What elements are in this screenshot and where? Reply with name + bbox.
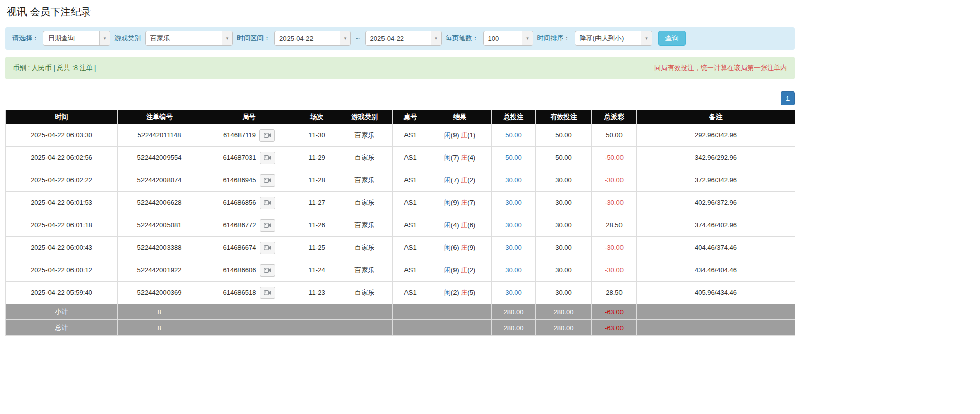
cell-result: 闲(4) 庄(6): [428, 214, 492, 237]
cell-session: 11-28: [297, 169, 337, 192]
cell-time: 2025-04-22 06:01:18: [6, 214, 118, 237]
video-replay-button[interactable]: [260, 264, 275, 277]
summary-total-row: 总计8280.00280.00-63.00: [6, 320, 795, 336]
chevron-down-icon[interactable]: ▾: [522, 31, 533, 45]
cell-payout: 50.00: [592, 124, 637, 147]
footer-valid-bet: 280.00: [536, 320, 592, 336]
footer-payout: -63.00: [592, 304, 637, 320]
cell-payout: -30.00: [592, 192, 637, 214]
total-bet-link[interactable]: 50.00: [505, 131, 522, 139]
result-player-label: 闲: [444, 221, 451, 229]
summary-total-row: 小计8280.00280.00-63.00: [6, 304, 795, 320]
cell-valid-bet: 50.00: [536, 124, 592, 147]
table-row: 2025-04-22 05:59:40522442000369614686518…: [6, 282, 795, 304]
table-header-row: 时间注单编号局号场次游戏类别桌号结果总投注有效投注总派彩备注: [6, 110, 795, 124]
cell-table-no: AS1: [393, 237, 428, 259]
result-banker-label: 庄: [461, 131, 467, 139]
video-replay-button[interactable]: [259, 129, 275, 142]
total-bet-link[interactable]: 30.00: [505, 199, 522, 206]
date-to-picker[interactable]: 2025-04-22 ▾: [365, 31, 442, 46]
cell-round: 614686945: [201, 169, 297, 192]
video-icon: [264, 200, 271, 206]
cell-note: 434.46/404.46: [637, 259, 795, 282]
total-bet-link[interactable]: 30.00: [505, 266, 522, 274]
video-replay-button[interactable]: [260, 174, 275, 187]
chevron-down-icon[interactable]: ▾: [641, 31, 652, 45]
footer-empty-cell: [201, 304, 297, 320]
column-header-6: 结果: [428, 110, 492, 124]
round-number: 614686856: [223, 199, 256, 206]
cell-valid-bet: 30.00: [536, 282, 592, 304]
result-banker-label: 庄: [461, 154, 467, 162]
cell-session: 11-25: [297, 237, 337, 259]
cell-result: 闲(7) 庄(4): [428, 147, 492, 169]
cell-game-type: 百家乐: [337, 214, 393, 237]
result-player-label: 闲: [444, 244, 451, 251]
footer-empty-cell: [428, 304, 492, 320]
video-replay-button[interactable]: [260, 287, 275, 299]
chevron-down-icon[interactable]: ▾: [99, 31, 110, 45]
result-player-score: (7): [451, 176, 459, 184]
video-icon: [264, 155, 271, 161]
round-number-group: 614686606: [203, 264, 295, 277]
game-type-label: 游戏类别: [114, 34, 141, 43]
select-type-label: 请选择：: [12, 34, 39, 43]
page-size-dropdown[interactable]: 100 ▾: [483, 31, 533, 46]
video-replay-button[interactable]: [260, 197, 275, 209]
total-bet-link[interactable]: 30.00: [505, 221, 522, 229]
footer-empty-cell: [428, 320, 492, 336]
cell-note: 342.96/292.96: [637, 147, 795, 169]
video-replay-button[interactable]: [260, 219, 275, 232]
search-button[interactable]: 查询: [658, 31, 686, 46]
page: 视讯 会员下注纪录 请选择： 日期查询 ▾ 游戏类别 百家乐 ▾ 时间区间： 2…: [5, 5, 795, 336]
select-type-dropdown[interactable]: 日期查询 ▾: [43, 31, 110, 46]
cell-round: 614687119: [201, 124, 297, 147]
cell-session: 11-24: [297, 259, 337, 282]
chevron-down-icon[interactable]: ▾: [340, 31, 350, 45]
total-bet-link[interactable]: 30.00: [505, 244, 522, 251]
chevron-down-icon[interactable]: ▾: [431, 31, 441, 45]
cell-valid-bet: 30.00: [536, 214, 592, 237]
total-bet-link[interactable]: 30.00: [505, 176, 522, 184]
result-player-label: 闲: [444, 154, 451, 162]
date-to-value: 2025-04-22: [366, 31, 431, 45]
game-type-dropdown[interactable]: 百家乐 ▾: [145, 31, 233, 46]
sort-order-label: 时间排序：: [537, 34, 570, 43]
column-header-10: 备注: [637, 110, 795, 124]
result-banker-label: 庄: [461, 221, 467, 229]
round-number-group: 614686945: [203, 174, 295, 187]
total-bet-link[interactable]: 50.00: [505, 154, 522, 162]
round-number: 614686945: [223, 176, 256, 184]
cell-time: 2025-04-22 06:00:43: [6, 237, 118, 259]
sort-order-dropdown[interactable]: 降幂(由大到小) ▾: [575, 31, 652, 46]
cell-total-bet: 30.00: [492, 237, 536, 259]
cell-session: 11-26: [297, 214, 337, 237]
cell-note: 402.96/372.96: [637, 192, 795, 214]
cell-game-type: 百家乐: [337, 259, 393, 282]
cell-note: 405.96/434.46: [637, 282, 795, 304]
result-banker-score: (5): [467, 289, 475, 296]
footer-empty-cell: [337, 320, 393, 336]
video-icon: [264, 177, 271, 183]
date-from-value: 2025-04-22: [275, 31, 340, 45]
date-from-picker[interactable]: 2025-04-22 ▾: [274, 31, 351, 46]
round-number: 614686674: [223, 244, 256, 251]
video-replay-button[interactable]: [260, 242, 275, 254]
cell-payout: -30.00: [592, 259, 637, 282]
total-bet-link[interactable]: 30.00: [505, 289, 522, 296]
video-replay-button[interactable]: [260, 152, 275, 164]
round-number-group: 614687119: [203, 129, 295, 142]
footer-total-bet: 280.00: [492, 320, 536, 336]
cell-round: 614686518: [201, 282, 297, 304]
cell-time: 2025-04-22 06:02:56: [6, 147, 118, 169]
cell-game-type: 百家乐: [337, 169, 393, 192]
cell-table-no: AS1: [393, 259, 428, 282]
date-range-separator: ~: [355, 35, 361, 42]
cell-payout: -30.00: [592, 237, 637, 259]
cell-time: 2025-04-22 05:59:40: [6, 282, 118, 304]
result-banker-score: (4): [467, 154, 475, 162]
table-row: 2025-04-22 06:01:53522442006628614686856…: [6, 192, 795, 214]
page-button-1[interactable]: 1: [781, 91, 795, 105]
chevron-down-icon[interactable]: ▾: [222, 31, 232, 45]
cell-bet-id: 522442003388: [118, 237, 201, 259]
